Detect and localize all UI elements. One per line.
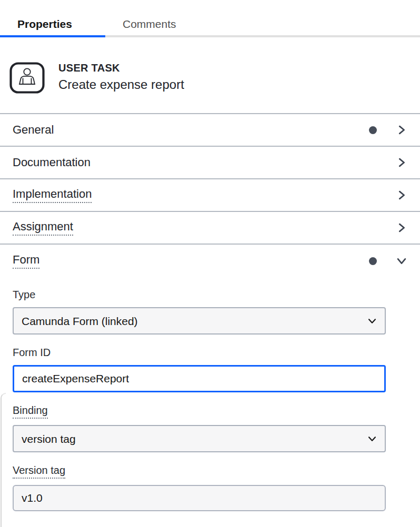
form-type-select[interactable]: Camunda Form (linked) [13, 307, 386, 335]
field-form-id-label: Form ID [13, 347, 51, 359]
version-tag-input[interactable] [13, 485, 386, 511]
section-implementation[interactable]: Implementation [0, 179, 420, 212]
form-group-body: Type Camunda Form (linked) Form ID Bindi… [0, 277, 420, 511]
tab-comments[interactable]: Comments [105, 14, 192, 35]
user-task-icon [9, 62, 45, 96]
field-form-id: Form ID [13, 347, 386, 392]
field-version-tag-label: Version tag [13, 464, 65, 479]
element-header: USER TASK Create expense report [0, 37, 420, 113]
field-type-label: Type [13, 289, 35, 301]
filled-indicator-dot [369, 257, 377, 265]
section-implementation-label: Implementation [13, 187, 92, 203]
tab-bar: Properties Comments [0, 0, 420, 37]
field-binding: Binding version tag [13, 404, 386, 452]
section-general[interactable]: General [0, 114, 420, 147]
section-form[interactable]: Form [0, 245, 420, 277]
section-assignment[interactable]: Assignment [0, 212, 420, 245]
section-documentation[interactable]: Documentation [0, 147, 420, 179]
element-name: Create expense report [58, 77, 184, 92]
section-assignment-label: Assignment [13, 220, 73, 236]
chevron-down-icon [396, 255, 407, 267]
tab-properties[interactable]: Properties [0, 14, 105, 37]
section-documentation-label: Documentation [13, 156, 91, 169]
section-list: General Documentation Implementation Ass… [0, 113, 420, 511]
binding-select[interactable]: version tag [13, 425, 386, 452]
chevron-right-icon [396, 157, 407, 168]
filled-indicator-dot [369, 126, 377, 134]
form-id-input[interactable] [13, 365, 386, 392]
field-type: Type Camunda Form (linked) [13, 289, 386, 335]
field-version-tag: Version tag [13, 464, 386, 511]
section-form-label: Form [13, 253, 39, 269]
element-type-label: USER TASK [58, 62, 184, 74]
chevron-right-icon [396, 189, 407, 201]
field-binding-label: Binding [13, 404, 48, 419]
section-general-label: General [13, 123, 54, 137]
chevron-right-icon [396, 124, 407, 136]
chevron-right-icon [396, 222, 407, 234]
